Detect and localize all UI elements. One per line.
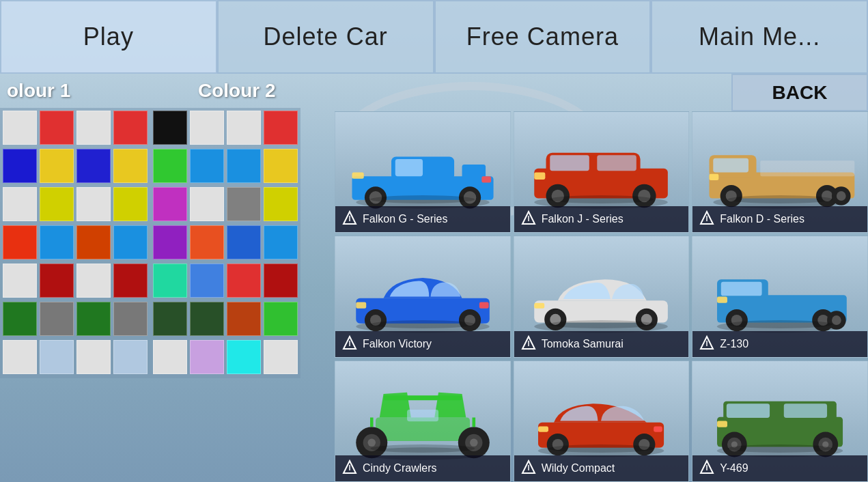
- colour-swatch-2-3[interactable]: [264, 111, 298, 145]
- car-brand-icon-falkon-v: [342, 335, 357, 353]
- colour-swatch-1-13[interactable]: [40, 225, 74, 259]
- colour-swatch-2-7[interactable]: [264, 149, 298, 183]
- colour-swatch-2-25[interactable]: [190, 340, 224, 374]
- colour-swatch-1-14[interactable]: [76, 225, 111, 259]
- car-name-falkon-d: Falkon D - Series: [720, 213, 804, 225]
- colour-swatch-2-18[interactable]: [227, 264, 261, 298]
- colour-swatch-2-13[interactable]: [190, 225, 224, 259]
- colour-swatch-1-12[interactable]: [3, 225, 37, 259]
- colour-swatch-1-6[interactable]: [76, 149, 111, 183]
- colour-swatch-2-1[interactable]: [190, 111, 224, 145]
- svg-rect-98: [727, 404, 770, 419]
- colour-swatch-1-22[interactable]: [76, 302, 111, 336]
- colour-swatch-2-0[interactable]: [153, 111, 187, 145]
- colour-swatch-2-11[interactable]: [264, 187, 298, 221]
- colour-swatch-1-18[interactable]: [76, 264, 111, 298]
- car-name-cindy-c: Cindy Crawlers: [363, 462, 436, 474]
- colour-grid-1: [0, 108, 150, 378]
- colour-swatch-2-9[interactable]: [190, 187, 224, 221]
- colour-swatch-1-11[interactable]: [113, 187, 148, 221]
- toolbar: Play Delete Car Free Camera Main Me...: [0, 0, 868, 74]
- colour-swatch-1-9[interactable]: [40, 187, 74, 221]
- car-card-cindy-c[interactable]: Cindy Crawlers: [335, 360, 511, 482]
- car-card-y-469[interactable]: Y-469: [692, 360, 868, 482]
- car-brand-icon-y-469: [699, 459, 714, 477]
- colour-swatch-1-0[interactable]: [3, 111, 37, 145]
- colour-swatch-2-4[interactable]: [153, 149, 187, 183]
- colour-swatch-1-26[interactable]: [76, 340, 111, 374]
- colour-swatch-2-26[interactable]: [227, 340, 261, 374]
- colour-swatch-1-1[interactable]: [40, 111, 74, 145]
- svg-rect-28: [713, 158, 748, 172]
- colour-swatch-1-2[interactable]: [76, 111, 111, 145]
- car-card-falkon-g[interactable]: Falkon G - Series: [335, 111, 511, 233]
- colour-swatch-1-10[interactable]: [76, 187, 111, 221]
- car-brand-icon-falkon-d: [699, 210, 714, 228]
- car-label-z-130: Z-130: [692, 331, 867, 357]
- colour-swatch-1-17[interactable]: [40, 264, 74, 298]
- svg-rect-45: [356, 302, 366, 309]
- colour-swatch-1-3[interactable]: [113, 111, 148, 145]
- colour-swatch-1-7[interactable]: [113, 149, 148, 183]
- car-card-falkon-v[interactable]: Falkon Victory: [335, 236, 511, 357]
- play-button[interactable]: Play: [0, 0, 217, 74]
- colour-swatch-1-19[interactable]: [113, 264, 148, 298]
- colour-swatch-1-15[interactable]: [113, 225, 148, 259]
- colour-swatch-1-27[interactable]: [113, 340, 148, 374]
- svg-rect-99: [784, 404, 827, 419]
- car-card-wildy-c[interactable]: Wildy Compact: [514, 360, 690, 482]
- colour-swatch-1-23[interactable]: [113, 302, 148, 336]
- car-name-tomoka-s: Tomoka Samurai: [542, 338, 624, 350]
- colour-swatch-2-8[interactable]: [153, 187, 187, 221]
- colour-swatch-2-14[interactable]: [227, 225, 261, 259]
- main-menu-button[interactable]: Main Me...: [651, 0, 868, 74]
- car-brand-icon-z-130: [699, 335, 714, 353]
- colour-swatch-2-27[interactable]: [264, 340, 298, 374]
- colour-swatch-1-24[interactable]: [3, 340, 37, 374]
- colour-grids: [0, 108, 335, 378]
- car-label-falkon-v: Falkon Victory: [335, 331, 510, 357]
- car-shadow-cindy-c: [370, 444, 475, 453]
- colour-swatch-2-19[interactable]: [264, 264, 298, 298]
- colour-swatch-2-16[interactable]: [153, 264, 187, 298]
- colour-swatch-2-12[interactable]: [153, 225, 187, 259]
- svg-rect-106: [717, 421, 727, 427]
- colour-swatch-2-17[interactable]: [190, 264, 224, 298]
- right-panel: BACK Falkon G - Series: [335, 74, 868, 482]
- car-brand-icon-falkon-j: [521, 210, 536, 228]
- colour-swatch-2-5[interactable]: [190, 149, 224, 183]
- colour-swatch-2-6[interactable]: [227, 149, 261, 183]
- back-button[interactable]: BACK: [731, 74, 868, 111]
- car-card-z-130[interactable]: Z-130: [692, 236, 868, 357]
- colour-swatch-2-10[interactable]: [227, 187, 261, 221]
- colour-swatch-1-20[interactable]: [3, 302, 37, 336]
- colour-swatch-1-8[interactable]: [3, 187, 37, 221]
- colour-swatch-2-22[interactable]: [227, 302, 261, 336]
- colour-swatch-1-5[interactable]: [40, 149, 74, 183]
- colour-swatch-1-16[interactable]: [3, 264, 37, 298]
- car-name-z-130: Z-130: [720, 338, 748, 350]
- colour-swatch-2-15[interactable]: [264, 225, 298, 259]
- colour-swatch-1-4[interactable]: [3, 149, 37, 183]
- colour-swatch-2-20[interactable]: [153, 302, 187, 336]
- colour-swatch-2-21[interactable]: [190, 302, 224, 336]
- svg-point-80: [470, 438, 478, 446]
- svg-rect-73: [383, 395, 462, 400]
- svg-rect-3: [395, 159, 423, 176]
- car-name-wildy-c: Wildy Compact: [542, 462, 615, 474]
- colour2-label: Colour 2: [191, 74, 335, 108]
- free-camera-button[interactable]: Free Camera: [434, 0, 652, 74]
- svg-point-67: [832, 315, 841, 325]
- car-shadow-z-130: [727, 320, 832, 328]
- colour-swatch-1-21[interactable]: [40, 302, 74, 336]
- car-card-falkon-d[interactable]: Falkon D - Series: [692, 111, 868, 233]
- car-brand-icon-falkon-g: [342, 210, 357, 228]
- car-card-falkon-j[interactable]: Falkon J - Series: [514, 111, 690, 233]
- colour-swatch-2-23[interactable]: [264, 302, 298, 336]
- colour-swatch-2-24[interactable]: [153, 340, 187, 374]
- colour-swatch-2-2[interactable]: [227, 111, 261, 145]
- colour-swatch-1-25[interactable]: [40, 340, 74, 374]
- delete-car-button[interactable]: Delete Car: [217, 0, 434, 74]
- car-label-falkon-g: Falkon G - Series: [335, 206, 510, 232]
- car-card-tomoka-s[interactable]: Tomoka Samurai: [514, 236, 690, 357]
